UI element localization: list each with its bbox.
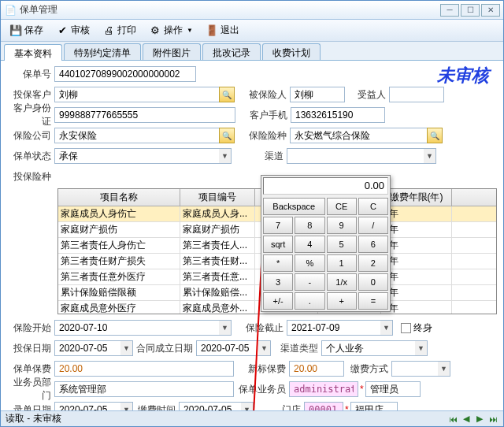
calc-key[interactable]: 2 [358,254,388,272]
calc-key[interactable]: 7 [263,217,293,234]
tab-feeplan[interactable]: 收费计划 [262,43,321,60]
lifelong-checkbox[interactable] [401,323,411,333]
company-lookup[interactable]: 🔍 [219,128,235,143]
mobile-field[interactable] [291,107,385,123]
contractdate-dropdown[interactable]: ▼ [258,340,271,356]
save-icon: 💾 [9,24,22,37]
print-button[interactable]: 🖨打印 [97,21,142,39]
label-start: 保险开始 [7,321,54,335]
channel-field[interactable] [287,148,424,164]
audit-stamp: 未审核 [437,64,489,87]
risktype-lookup[interactable]: 🔍 [427,128,443,143]
paymode-field[interactable] [391,361,439,377]
calculator-popup: 0.00 BackspaceCEC789/sqrt456*%123-1/x0+/… [261,175,391,312]
paytime-field[interactable] [179,402,242,410]
chevron-down-icon: ▼ [187,27,193,34]
label-store: 门店 [254,403,304,411]
calc-key[interactable]: + [327,292,357,310]
calc-key[interactable]: 4 [295,236,324,253]
label-company: 保险公司 [7,129,54,143]
contractdate-field[interactable] [196,340,259,356]
beneficiary-field[interactable] [389,87,444,102]
calc-key[interactable]: 3 [263,273,293,291]
calc-key[interactable]: 1/x [327,273,357,291]
policyfee-field[interactable] [54,361,234,377]
col-name[interactable]: 项目名称 [58,189,180,206]
status-dropdown[interactable]: ▼ [219,148,232,164]
calc-key[interactable]: = [358,292,388,310]
toolbar: 💾保存 ✔审核 🖨打印 ⚙操作▼ 🚪退出 [1,20,503,42]
salesmanname-field[interactable] [365,381,421,397]
label-status: 保单状态 [7,150,54,163]
applydate-dropdown[interactable]: ▼ [120,340,133,356]
required-marker: * [360,384,364,395]
close-button[interactable]: ✕ [481,4,500,17]
end-dropdown[interactable]: ▼ [380,320,393,336]
start-dropdown[interactable]: ▼ [219,320,232,336]
tab-attach[interactable]: 附件图片 [143,43,201,60]
minimize-button[interactable]: ─ [440,4,459,17]
nav-last-icon[interactable]: ⏭ [487,414,498,425]
applydate-field[interactable] [54,340,121,356]
operate-button[interactable]: ⚙操作▼ [143,21,198,39]
calc-key[interactable]: 0 [358,273,388,291]
label-lifelong: 终身 [413,321,432,335]
exit-button[interactable]: 🚪退出 [200,21,245,39]
dept-field[interactable] [54,381,234,397]
tab-basic[interactable]: 基本资料 [4,44,62,61]
calc-key[interactable]: 8 [295,217,324,234]
nav-next-icon[interactable]: ▶ [474,414,485,425]
label-customer: 投保客户 [7,88,54,102]
entrydate-field[interactable] [54,402,121,410]
calc-key[interactable]: * [263,254,293,272]
channeltype-dropdown[interactable]: ▼ [415,340,428,356]
maximize-button[interactable]: ☐ [461,4,480,17]
channel-dropdown[interactable]: ▼ [424,148,436,164]
save-button[interactable]: 💾保存 [4,21,49,39]
col-code[interactable]: 项目编号 [180,189,255,206]
insured-field[interactable] [290,87,345,102]
nav-prev-icon[interactable]: ◀ [461,414,472,425]
paymode-dropdown[interactable]: ▼ [438,361,450,377]
customer-lookup[interactable]: 🔍 [219,87,235,102]
risktype-field[interactable] [290,128,428,143]
storename-field[interactable] [350,402,398,410]
channeltype-field[interactable] [321,340,416,356]
calc-key[interactable]: CE [327,198,357,215]
salesman-field[interactable] [289,381,358,397]
calc-key[interactable]: +/- [263,292,293,310]
entrydate-dropdown[interactable]: ▼ [120,402,133,410]
calc-key[interactable]: C [358,198,388,215]
start-field[interactable] [54,320,220,336]
label-dept: 业务员部门 [7,376,54,403]
tab-amend[interactable]: 批改记录 [202,43,261,60]
calc-key[interactable]: / [358,217,388,234]
calc-key[interactable]: 9 [327,217,357,234]
gear-icon: ⚙ [149,24,161,37]
calc-key[interactable]: % [295,254,324,272]
idcard-field[interactable] [54,107,235,123]
end-field[interactable] [287,320,381,336]
customer-field[interactable] [54,87,220,102]
calc-key[interactable]: - [295,273,324,291]
store-field[interactable] [304,402,343,410]
audit-button[interactable]: ✔审核 [50,21,95,39]
tab-bar: 基本资料 特别约定清单 附件图片 批改记录 收费计划 [1,42,503,61]
calc-key[interactable]: 5 [327,236,357,253]
company-field[interactable] [54,128,220,143]
nav-first-icon[interactable]: ⏮ [447,414,458,425]
policyno-field[interactable] [54,66,196,82]
status-field[interactable] [54,148,220,164]
calc-key[interactable]: 1 [327,254,357,272]
paytime-dropdown[interactable]: ▼ [241,402,254,410]
label-entrydate: 录单日期 [7,403,54,411]
label-insured: 被保险人 [235,88,290,102]
label-risktype: 保险险种 [235,129,290,143]
calc-key[interactable]: Backspace [263,198,325,215]
tab-special[interactable]: 特别约定清单 [64,43,141,60]
col-years[interactable]: 缴费年限(年) [381,189,452,206]
calc-key[interactable]: sqrt [263,236,293,253]
calc-key[interactable]: . [295,292,324,310]
newfee-field[interactable] [289,361,344,377]
calc-key[interactable]: 6 [358,236,388,253]
